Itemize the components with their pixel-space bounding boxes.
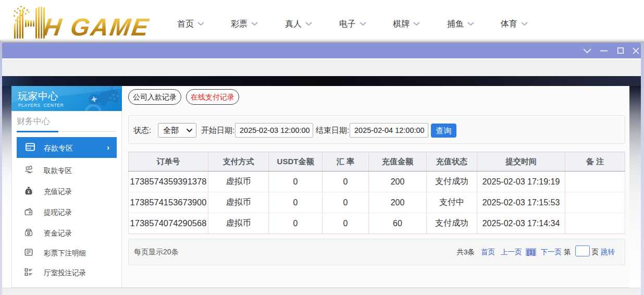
svg-text:H GAME: H GAME [42, 13, 151, 41]
